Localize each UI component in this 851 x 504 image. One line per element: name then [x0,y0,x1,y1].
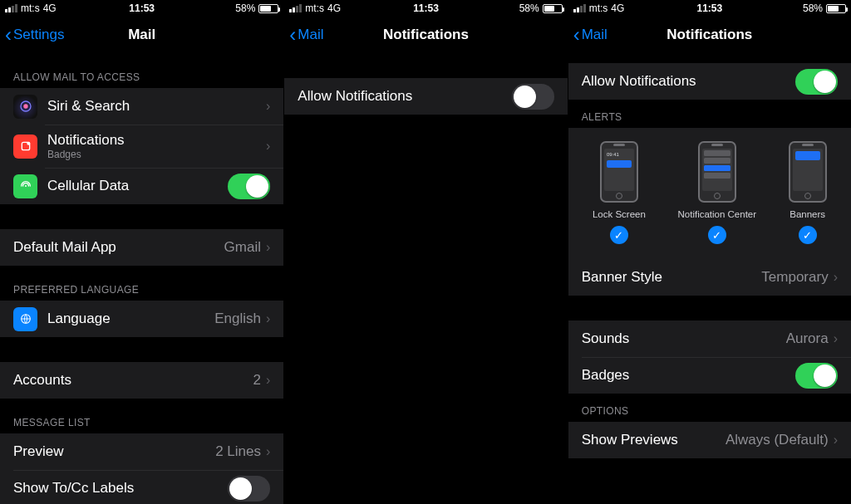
chevron-right-icon: › [266,311,270,326]
chevron-right-icon: › [834,433,838,448]
signal-icon [5,4,17,12]
row-allow-notifications[interactable]: Allow Notifications [284,78,567,115]
back-button[interactable]: ‹ Settings [0,25,64,45]
section-options: Options [568,394,851,422]
row-notifications[interactable]: Notifications Badges › [0,125,283,168]
show-previews-value: Always (Default) [726,432,829,448]
row-accounts[interactable]: Accounts 2 › [0,362,283,399]
default-app-label: Default Mail App [13,239,224,256]
lock-time-label: 09:41 [607,152,619,157]
section-message-list: Message List [0,399,283,433]
back-button[interactable]: ‹ Mail [284,25,323,45]
battery-pct-label: 58% [803,2,823,14]
alerts-tiles: 09:41 Lock Screen ✓ Notification Center [568,128,851,259]
allow-label: Allow Notifications [582,73,795,90]
device-lock-icon: 09:41 [600,141,638,203]
sounds-value: Aurora [786,330,829,347]
chevron-right-icon: › [266,139,270,154]
page-title: Notifications [284,27,567,43]
cellular-label: Cellular Data [47,178,228,194]
badges-toggle[interactable] [795,363,838,389]
row-sounds[interactable]: Sounds Aurora › [568,321,851,357]
chevron-right-icon: › [266,444,270,459]
accounts-value: 2 [253,372,261,389]
row-cellular[interactable]: Cellular Data [0,168,283,204]
check-icon: ✓ [708,226,726,244]
signal-icon [289,4,302,12]
back-button[interactable]: ‹ Mail [568,25,608,45]
chevron-right-icon: › [266,373,270,388]
preview-value: 2 Lines [215,443,261,460]
chevron-right-icon: › [834,270,838,285]
row-badges[interactable]: Badges [568,357,851,394]
row-siri[interactable]: Siri & Search › [0,88,283,125]
back-label: Settings [13,27,64,43]
carrier-label: mt:s [589,2,608,14]
network-label: 4G [43,2,57,14]
nav-bar: ‹ Mail Notifications [284,17,567,53]
siri-icon [13,95,37,119]
row-language[interactable]: Language English › [0,301,283,337]
back-label: Mail [582,27,608,43]
device-nc-icon [698,141,736,203]
notifications-label: Notifications [47,132,266,149]
alert-tile-lock-screen[interactable]: 09:41 Lock Screen ✓ [593,141,646,244]
status-bar: mt:s 4G 11:53 58% [0,0,283,17]
notifications-sublabel: Badges [47,149,266,160]
notifications-icon [13,135,37,159]
globe-icon [13,307,37,331]
allow-label: Allow Notifications [298,88,511,105]
nav-bar: ‹ Mail Notifications [568,17,851,53]
tile-label: Lock Screen [593,209,646,219]
chevron-left-icon: ‹ [289,25,296,45]
phone-notifications-off: mt:s 4G 11:53 58% ‹ Mail Notifications A… [283,0,567,504]
row-tocc[interactable]: Show To/Cc Labels [0,470,283,504]
show-previews-label: Show Previews [582,432,726,448]
row-banner-style[interactable]: Banner Style Temporary › [568,259,851,296]
svg-point-3 [27,142,30,145]
chevron-right-icon: › [266,240,270,255]
preview-label: Preview [13,443,215,460]
tocc-label: Show To/Cc Labels [13,480,228,497]
chevron-right-icon: › [266,99,270,114]
row-show-previews[interactable]: Show Previews Always (Default) › [568,422,851,458]
language-value: English [214,311,261,327]
battery-icon [826,4,846,13]
network-label: 4G [611,2,624,14]
tile-label: Notification Center [677,209,756,219]
row-preview[interactable]: Preview 2 Lines › [0,433,283,470]
row-allow-notifications[interactable]: Allow Notifications [568,63,851,100]
chevron-right-icon: › [834,331,838,346]
language-label: Language [47,311,214,327]
battery-pct-label: 58% [519,2,539,14]
badges-label: Badges [582,367,795,384]
check-icon: ✓ [610,226,628,244]
banner-style-label: Banner Style [582,269,762,286]
default-app-value: Gmail [224,239,261,256]
phone-notifications-on: mt:s 4G 11:53 58% ‹ Mail Notifications A… [568,0,851,504]
allow-toggle[interactable] [512,84,554,110]
banner-style-value: Temporary [761,269,828,286]
phone-mail-settings: mt:s 4G 11:53 58% ‹ Settings Mail Allow … [0,0,283,504]
nav-bar: ‹ Settings Mail [0,17,283,53]
section-access: Allow Mail to Access [0,53,283,88]
allow-toggle[interactable] [795,69,838,95]
chevron-left-icon: ‹ [5,25,12,45]
battery-pct-label: 58% [235,2,255,14]
section-language: Preferred Language [0,266,283,301]
battery-icon [543,4,563,13]
siri-label: Siri & Search [47,98,266,115]
page-title: Notifications [568,27,851,43]
status-bar: mt:s 4G 11:53 58% [568,0,851,17]
svg-point-1 [23,104,27,108]
alert-tile-banners[interactable]: Banners ✓ [789,141,827,244]
sounds-label: Sounds [582,330,786,347]
back-label: Mail [298,27,323,43]
alert-tile-notification-center[interactable]: Notification Center ✓ [677,141,756,244]
chevron-left-icon: ‹ [573,25,580,45]
cellular-toggle[interactable] [228,174,270,199]
row-default-mail-app[interactable]: Default Mail App Gmail › [0,229,283,266]
tocc-toggle[interactable] [228,476,270,502]
network-label: 4G [327,2,341,14]
cellular-icon [13,174,37,198]
